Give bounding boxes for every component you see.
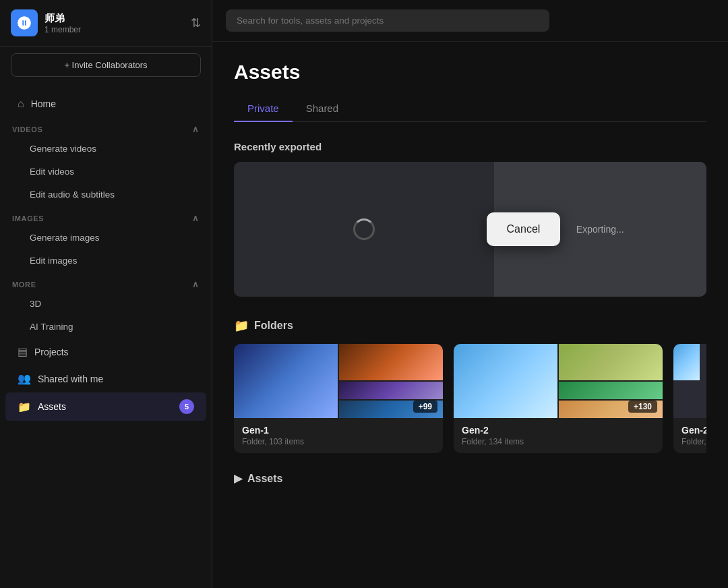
folder-card-gen2[interactable]: +130 Gen-2 Folder, 134 items [454, 344, 663, 453]
videos-section-label: VIDEOS [12, 125, 43, 134]
main-nav: ⌂ Home VIDEOS ∧ Generate videos Edit vid… [0, 84, 212, 428]
search-input[interactable] [226, 9, 549, 32]
workspace-logo [11, 9, 38, 36]
assets-icon: 📁 [18, 401, 31, 413]
sidebar-item-generate-images[interactable]: Generate images [5, 227, 206, 249]
thumb-gen2b [673, 344, 700, 380]
sidebar-item-edit-images[interactable]: Edit images [5, 249, 206, 272]
folder-gen1-thumbnail: +99 [234, 344, 443, 418]
folder-gen2-thumbnail: +130 [454, 344, 663, 418]
tab-shared[interactable]: Shared [293, 97, 352, 122]
generate-images-label: Generate images [30, 233, 100, 243]
shared-icon: 👥 [18, 372, 31, 385]
folders-label: Folders [254, 320, 293, 332]
thumb-gen1-bl [339, 382, 443, 399]
images-section-header[interactable]: IMAGES ∧ [0, 206, 212, 226]
topbar [212, 0, 728, 42]
sidebar: 师弟 1 member ⇅ + Invite Collaborators ⌂ H… [0, 0, 212, 588]
workspace-name: 师弟 [44, 12, 184, 25]
assets-section-label: Assets [247, 473, 282, 485]
folder-gen2-info: Gen-2 Folder, 134 items [454, 418, 663, 453]
videos-section-header[interactable]: VIDEOS ∧ [0, 117, 212, 137]
sidebar-item-generate-videos[interactable]: Generate videos [5, 138, 206, 160]
folder-card-gen2b[interactable]: Gen-2- Folder, 5 [673, 344, 706, 453]
tab-private[interactable]: Private [234, 97, 293, 122]
thumb-gen2-bl [559, 382, 663, 399]
edit-audio-label: Edit audio & subtitles [30, 189, 115, 200]
main-content: Assets Private Shared Recently exported … [212, 0, 728, 588]
sidebar-item-home-label: Home [31, 98, 56, 109]
more-chevron-icon: ∧ [192, 279, 200, 289]
sidebar-item-edit-videos[interactable]: Edit videos [5, 160, 206, 183]
folder-gen2-name: Gen-2 [462, 425, 655, 436]
sidebar-item-home[interactable]: ⌂ Home [5, 91, 206, 117]
more-section-label: MORE [12, 281, 36, 289]
projects-icon: ▤ [18, 345, 28, 358]
3d-label: 3D [30, 299, 41, 309]
tab-bar: Private Shared [234, 97, 706, 122]
home-icon: ⌂ [18, 98, 24, 110]
ai-training-label: AI Training [30, 322, 73, 332]
sidebar-item-assets[interactable]: 📁 Assets 5 [5, 392, 206, 421]
assets-section-icon: ▶ [234, 472, 242, 485]
workspace-header: 师弟 1 member ⇅ [0, 0, 212, 47]
assets-section-title: ▶ Assets [234, 472, 706, 485]
sidebar-item-shared[interactable]: 👥 Shared with me [5, 365, 206, 392]
recently-exported-label: Recently exported [234, 141, 706, 152]
folder-gen1-count: +99 [413, 401, 437, 413]
invite-collaborators-button[interactable]: + Invite Collaborators [11, 53, 201, 77]
thumb-gen2-tr [559, 344, 663, 380]
sidebar-item-edit-audio[interactable]: Edit audio & subtitles [5, 183, 206, 206]
thumb-gen1-main [234, 344, 338, 418]
folder-gen2b-thumbnail [673, 344, 706, 418]
projects-label: Projects [34, 347, 69, 357]
shared-label: Shared with me [38, 374, 103, 384]
sidebar-item-projects[interactable]: ▤ Projects [5, 339, 206, 365]
assets-nav-label: Assets [38, 401, 66, 412]
folders-section-title: 📁 Folders [234, 318, 706, 333]
folder-gen2-meta: Folder, 134 items [462, 437, 655, 446]
workspace-info: 师弟 1 member [44, 12, 184, 34]
content-area: Assets Private Shared Recently exported … [212, 42, 728, 588]
assets-badge: 5 [179, 399, 194, 414]
folder-gen2b-name: Gen-2- [681, 425, 706, 436]
images-chevron-icon: ∧ [192, 213, 200, 223]
cancel-button[interactable]: Cancel [507, 223, 541, 235]
folder-gen1-name: Gen-1 [242, 425, 435, 436]
loading-spinner [353, 218, 375, 240]
workspace-members: 1 member [44, 25, 184, 34]
export-overlay: Exporting... [234, 162, 706, 297]
videos-chevron-icon: ∧ [192, 124, 200, 134]
export-area: Exporting... Cancel [234, 162, 706, 297]
generate-videos-label: Generate videos [30, 144, 96, 154]
folders-grid: +99 Gen-1 Folder, 103 items [234, 344, 706, 453]
folder-gen1-meta: Folder, 103 items [242, 437, 435, 446]
images-section-label: IMAGES [12, 214, 44, 223]
folders-section: 📁 Folders +99 Gen- [234, 318, 706, 453]
edit-images-label: Edit images [30, 256, 78, 266]
sidebar-item-3d[interactable]: 3D [5, 293, 206, 315]
folder-gen2-count: +130 [628, 401, 657, 413]
folder-gen1-info: Gen-1 Folder, 103 items [234, 418, 443, 453]
edit-videos-label: Edit videos [30, 167, 74, 177]
cancel-popup: Cancel [487, 212, 561, 246]
folder-card-gen1[interactable]: +99 Gen-1 Folder, 103 items [234, 344, 443, 453]
workspace-chevron-icon[interactable]: ⇅ [191, 16, 201, 30]
folder-gen2b-info: Gen-2- Folder, 5 [673, 418, 706, 453]
thumb-gen2-main [454, 344, 557, 418]
export-left [234, 162, 494, 297]
sidebar-item-ai-training[interactable]: AI Training [5, 316, 206, 338]
page-title: Assets [234, 61, 706, 84]
folder-icon: 📁 [234, 318, 249, 333]
folder-gen2b-meta: Folder, 5 [681, 437, 706, 446]
exporting-label: Exporting... [576, 224, 624, 235]
more-section-header[interactable]: MORE ∧ [0, 272, 212, 292]
thumb-gen1-tr [339, 344, 443, 380]
